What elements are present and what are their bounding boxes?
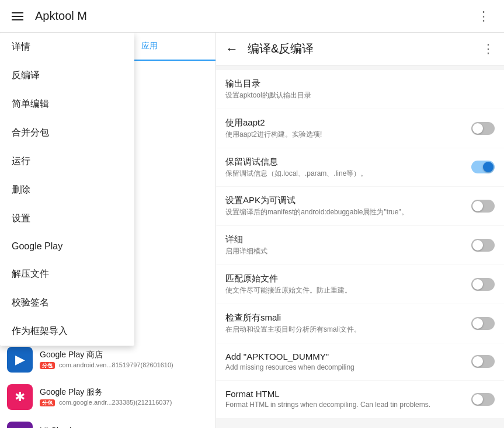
- setting-desc: Format HTML in strings when decompiling.…: [225, 400, 464, 410]
- setting-desc: 使文件尽可能接近原始文件。防止重建。: [225, 286, 464, 295]
- dropdown-item-run[interactable]: 运行: [0, 147, 134, 176]
- setting-desc: 保留调试信息（如.local、.param、.line等）。: [225, 169, 464, 179]
- setting-output-dir: 输出目录 设置apktool的默认输出目录: [216, 70, 504, 109]
- setting-text: 检查所有smali 在启动和设置主项目时分析所有smali文件。: [225, 312, 464, 335]
- app-icon-gplay-services: ✱: [7, 384, 33, 410]
- dropdown-menu: 详情 反编译 简单编辑 合并分包 运行 删除 设置 Google Play: [0, 33, 134, 346]
- app-title: Apktool M: [35, 9, 87, 23]
- app-name: LibChecker: [40, 426, 208, 428]
- toggle-use-aapt2[interactable]: [471, 122, 495, 135]
- setting-desc: 在启动和设置主项目时分析所有smali文件。: [225, 325, 464, 335]
- setting-keep-debug: 保留调试信息 保留调试信息（如.local、.param、.line等）。: [216, 148, 504, 187]
- setting-name: 匹配原始文件: [225, 273, 464, 284]
- dropdown-item-detail[interactable]: 详情: [0, 33, 134, 61]
- dropdown-item-delete[interactable]: 删除: [0, 176, 134, 204]
- app-icon-gplay: ▶: [7, 347, 33, 373]
- setting-text: 详细 启用详细模式: [225, 234, 464, 256]
- app-info: Google Play 服务 分包 com.google.andr...2333…: [40, 387, 208, 407]
- toggle-check-all-smali[interactable]: [471, 317, 495, 330]
- setting-name: 设置APK为可调试: [225, 195, 464, 206]
- toggle-match-original[interactable]: [471, 278, 495, 291]
- setting-text: 使用aapt2 使用aapt2进行构建。实验选项!: [225, 117, 464, 140]
- setting-text: 保留调试信息 保留调试信息（如.local、.param、.line等）。: [225, 156, 464, 179]
- list-item-libchecker[interactable]: ⚙ LibChecker com.absinthe.libcheck...v2.…: [0, 416, 215, 428]
- top-bar-left: Apktool M: [9, 9, 472, 23]
- setting-add-dummy: Add "APKTOOL_DUMMY" Add missing resource…: [216, 343, 504, 381]
- dropdown-item-extract[interactable]: 解压文件: [0, 260, 134, 288]
- toggle-verbose[interactable]: [471, 239, 495, 252]
- toggle-format-html[interactable]: [471, 393, 495, 406]
- app-icon-libchecker: ⚙: [7, 422, 33, 428]
- setting-match-original: 匹配原始文件 使文件尽可能接近原始文件。防止重建。: [216, 265, 504, 304]
- toggle-set-debuggable[interactable]: [471, 200, 495, 213]
- dropdown-item-verify-sig[interactable]: 校验签名: [0, 288, 134, 317]
- setting-desc: 设置apktool的默认输出目录: [225, 91, 495, 100]
- dropdown-item-import-framework[interactable]: 作为框架导入: [0, 317, 134, 346]
- setting-text: 匹配原始文件 使文件尽可能接近原始文件。防止重建。: [225, 273, 464, 295]
- right-panel: ← 编译&反编译 ⋮ 输出目录 设置apktool的默认输出目录 使用aapt2…: [216, 33, 504, 428]
- list-item-gplay-services[interactable]: ✱ Google Play 服务 分包 com.google.andr...23…: [0, 378, 215, 416]
- setting-text: Format HTML Format HTML in strings when …: [225, 389, 464, 410]
- setting-set-debuggable: 设置APK为可调试 设置编译后的manifest的android:debugga…: [216, 187, 504, 225]
- badge-fen: 分包: [40, 399, 55, 406]
- right-panel-header: ← 编译&反编译 ⋮: [216, 33, 504, 65]
- dropdown-item-settings[interactable]: 设置: [0, 204, 134, 233]
- setting-desc: Add missing resources when decompiling: [225, 363, 464, 373]
- tab-app[interactable]: 应用: [134, 33, 165, 61]
- left-panel: 详情 反编译 简单编辑 合并分包 运行 删除 设置 Google Play: [0, 33, 216, 428]
- right-panel-title: 编译&反编译: [248, 41, 472, 57]
- setting-name: Format HTML: [225, 389, 464, 399]
- setting-desc: 使用aapt2进行构建。实验选项!: [225, 130, 464, 140]
- hamburger-menu[interactable]: [9, 10, 26, 23]
- main-content: 详情 反编译 简单编辑 合并分包 运行 删除 设置 Google Play: [0, 33, 504, 428]
- settings-list: 输出目录 设置apktool的默认输出目录 使用aapt2 使用aapt2进行构…: [216, 65, 504, 428]
- setting-name: Add "APKTOOL_DUMMY": [225, 352, 464, 361]
- setting-name: 使用aapt2: [225, 117, 464, 128]
- top-bar-more-icon[interactable]: ⋮: [472, 4, 495, 29]
- setting-desc: 启用详细模式: [225, 246, 464, 256]
- dropdown-item-google-play[interactable]: Google Play: [0, 233, 134, 260]
- app-info: Google Play 商店 分包 com.android.ven...8151…: [40, 350, 208, 370]
- setting-use-aapt2: 使用aapt2 使用aapt2进行构建。实验选项!: [216, 109, 504, 148]
- setting-text: Add "APKTOOL_DUMMY" Add missing resource…: [225, 352, 464, 373]
- dropdown-item-merge-pkg[interactable]: 合并分包: [0, 119, 134, 147]
- dropdown-item-simple-edit[interactable]: 简单编辑: [0, 90, 134, 119]
- setting-format-html: Format HTML Format HTML in strings when …: [216, 381, 504, 418]
- app-pkg: 分包 com.android.ven...81519797(82601610): [40, 361, 208, 370]
- setting-check-all-smali: 检查所有smali 在启动和设置主项目时分析所有smali文件。: [216, 304, 504, 343]
- setting-text: 输出目录 设置apktool的默认输出目录: [225, 78, 495, 100]
- toggle-add-dummy[interactable]: [471, 355, 495, 368]
- top-bar: Apktool M ⋮: [0, 0, 504, 33]
- badge-fen: 分包: [40, 362, 55, 369]
- right-panel-more-icon[interactable]: ⋮: [482, 41, 495, 57]
- list-item-gplay-store[interactable]: ▶ Google Play 商店 分包 com.android.ven...81…: [0, 341, 215, 378]
- setting-verbose: 详细 启用详细模式: [216, 226, 504, 265]
- back-button[interactable]: ←: [225, 41, 238, 57]
- setting-name: 检查所有smali: [225, 312, 464, 323]
- app-name: Google Play 服务: [40, 387, 208, 398]
- app-info: LibChecker com.absinthe.libcheck...v2.0.…: [40, 426, 208, 428]
- setting-name: 详细: [225, 234, 464, 245]
- setting-name: 输出目录: [225, 78, 495, 89]
- setting-desc: 设置编译后的manifest的android:debuggable属性为"tru…: [225, 207, 464, 217]
- toggle-keep-debug[interactable]: [471, 161, 495, 173]
- dropdown-item-decompile[interactable]: 反编译: [0, 61, 134, 90]
- setting-name: 保留调试信息: [225, 156, 464, 168]
- app-pkg: 分包 com.google.andr...233385)(212116037): [40, 399, 208, 407]
- setting-text: 设置APK为可调试 设置编译后的manifest的android:debugga…: [225, 195, 464, 217]
- app-name: Google Play 商店: [40, 350, 208, 360]
